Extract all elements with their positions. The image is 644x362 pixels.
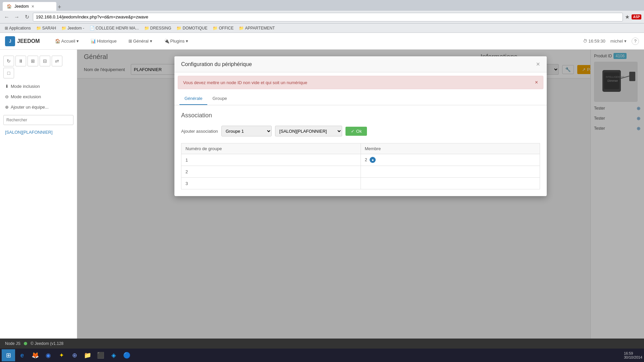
tab-favicon: 🏠: [7, 4, 12, 9]
toolbar-pause-btn[interactable]: ⏸: [15, 56, 26, 66]
modal-close-btn[interactable]: ×: [536, 60, 540, 68]
start-button[interactable]: ⊞: [2, 349, 15, 361]
toolbar-minus-btn[interactable]: ⊟: [40, 56, 50, 66]
bookmark-office[interactable]: 📁 OFFICE: [211, 25, 235, 31]
modal-tabs: Générale Groupe: [174, 93, 547, 105]
toolbar-arrows-btn[interactable]: ⇄: [52, 56, 62, 66]
bookmark-dressing[interactable]: 📁 DRESSING: [142, 25, 173, 31]
user-menu[interactable]: michel ▾: [610, 39, 627, 44]
taskbar-cmd-icon[interactable]: ⬛: [95, 349, 107, 361]
bookmark-star-btn[interactable]: ★: [625, 14, 630, 20]
add-equipment-btn[interactable]: ⊕ Ajouter un équipe...: [0, 102, 77, 112]
bookmark-domotique[interactable]: 📁 DOMOTIQUE: [174, 25, 209, 31]
sidebar-item-plafonnier[interactable]: [SALON][PLAFONNIER]: [0, 128, 77, 137]
ok-icon: ✓: [351, 129, 355, 134]
forward-btn[interactable]: →: [13, 13, 21, 21]
add-label: Ajouter un équipe...: [11, 105, 49, 110]
asp-badge: ASP: [632, 14, 641, 19]
bookmark-appartement[interactable]: 📁 APPARTEMENT: [237, 25, 277, 31]
taskbar-right: 16:59 30/10/2014: [624, 351, 642, 359]
modal-title: Configuration du périphérique: [181, 61, 252, 67]
new-tab-btn[interactable]: +: [58, 4, 61, 11]
search-input[interactable]: [3, 115, 73, 125]
assoc-label: Ajouter association: [181, 129, 218, 134]
table-row-3: 3: [181, 178, 540, 189]
folder-icon-5: 📁: [213, 26, 218, 31]
taskbar-app2-icon[interactable]: 🔵: [121, 349, 133, 361]
help-icon[interactable]: ?: [632, 38, 639, 45]
toolbar-grid-btn[interactable]: ⊞: [28, 56, 38, 66]
folder-icon-3: 📁: [144, 26, 149, 31]
col-membre-header: Membre: [361, 143, 540, 154]
logo-text: JEEDOM: [17, 38, 40, 44]
mode-inclusion-btn[interactable]: ⬇ Mode inclusion: [0, 81, 77, 92]
app-logo: J JEEDOM: [5, 36, 40, 46]
membre-value-1: 2: [365, 157, 367, 162]
device-select[interactable]: [SALON][PLAFONNIER]: [275, 126, 342, 136]
exclusion-icon: ⊖: [5, 94, 9, 99]
bookmark-jeedom[interactable]: 📁 Jeedom -: [59, 25, 86, 31]
association-form: Ajouter association Groupe 1 [SALON][PLA…: [181, 126, 540, 136]
taskbar-network-icon[interactable]: ⊕: [68, 349, 80, 361]
sidebar: ↻ ⏸ ⊞ ⊟ ⇄ □ ⬇ Mode inclusion ⊖ Mode excl…: [0, 50, 77, 339]
taskbar-folder-icon[interactable]: 📁: [82, 349, 94, 361]
jeedom-copyright: © Jeedom (v1.128: [31, 341, 63, 346]
taskbar-app1-icon[interactable]: ◈: [108, 349, 120, 361]
tab-title: Jeedom: [14, 4, 29, 9]
sidebar-toolbar: ↻ ⏸ ⊞ ⊟ ⇄ □: [0, 53, 77, 81]
nav-historique[interactable]: 📊Historique: [87, 37, 120, 45]
folder-icon-1: 📁: [36, 26, 41, 31]
table-row-2: 2: [181, 166, 540, 178]
toolbar-square-btn[interactable]: □: [3, 68, 14, 78]
numero-1: 1: [181, 154, 361, 166]
tab-close-btn[interactable]: ×: [32, 4, 34, 9]
top-nav: J JEEDOM 🏠Accueil ▾ 📊Historique ⊞Général…: [0, 33, 644, 50]
bookmarks-bar: ⊞ Applications 📁 SARAH 📁 Jeedom - 📄 COLL…: [0, 23, 644, 33]
browser-tab[interactable]: 🏠 Jeedom ×: [3, 2, 56, 11]
folder-icon-4: 📁: [176, 26, 181, 31]
nav-plugins[interactable]: 🔌Plugins ▾: [161, 37, 192, 45]
app-container: J JEEDOM 🏠Accueil ▾ 📊Historique ⊞Général…: [0, 33, 644, 349]
inclusion-label: Mode inclusion: [11, 84, 40, 89]
nav-accueil[interactable]: 🏠Accueil ▾: [52, 37, 83, 45]
mode-exclusion-btn[interactable]: ⊖ Mode exclusion: [0, 92, 77, 102]
address-input[interactable]: [33, 13, 623, 21]
association-title: Association: [181, 112, 540, 119]
membre-3: [361, 178, 540, 189]
tab-generale[interactable]: Générale: [179, 93, 207, 105]
back-btn[interactable]: ←: [3, 13, 11, 21]
main-layout: ↻ ⏸ ⊞ ⊟ ⇄ □ ⬇ Mode inclusion ⊖ Mode excl…: [0, 50, 644, 339]
config-modal: Configuration du périphérique × Vous dev…: [174, 56, 547, 196]
association-table: Numéro de groupe Membre 1 2: [181, 143, 540, 189]
bookmark-applications[interactable]: ⊞ Applications: [3, 25, 33, 31]
refresh-btn[interactable]: ↻: [23, 13, 31, 21]
logo-icon: J: [5, 36, 15, 46]
nav-general[interactable]: ⊞Général ▾: [125, 37, 156, 45]
toolbar-refresh-btn[interactable]: ↻: [3, 56, 14, 66]
ok-btn[interactable]: ✓ Ok: [345, 127, 367, 136]
status-bar: Node JS © Jeedom (v1.128: [0, 339, 644, 349]
inclusion-icon: ⬇: [5, 84, 9, 89]
bookmark-sarah[interactable]: 📁 SARAH: [34, 25, 58, 31]
taskbar-firefox-icon[interactable]: 🦊: [29, 349, 41, 361]
browser-window: 🏠 Jeedom × + ← → ↻ ★ ASP ⊞ Applications …: [0, 0, 644, 362]
apps-icon: ⊞: [5, 26, 8, 31]
alert-close-btn[interactable]: ×: [535, 79, 538, 85]
taskbar-chrome-icon[interactable]: ◉: [42, 349, 54, 361]
doc-icon-1: 📄: [90, 26, 95, 31]
numero-3: 3: [181, 178, 361, 189]
member-badge-1: ●: [370, 157, 376, 163]
modal-body: Vous devez mettre un node ID non vide et…: [174, 76, 547, 196]
membre-2: [361, 166, 540, 178]
taskbar-ie-icon[interactable]: e: [16, 349, 28, 361]
alert-text: Vous devez mettre un node ID non vide et…: [183, 80, 307, 85]
tab-groupe[interactable]: Groupe: [207, 93, 232, 105]
exclusion-label: Mode exclusion: [11, 94, 41, 99]
status-dot-green: [24, 342, 27, 345]
address-bar: ← → ↻ ★ ASP: [0, 11, 644, 23]
taskbar-star-icon[interactable]: ✦: [55, 349, 67, 361]
bookmark-college[interactable]: 📄 COLLEGE HENRI MA...: [88, 25, 141, 31]
folder-icon-2: 📁: [61, 26, 66, 31]
group-select[interactable]: Groupe 1: [221, 126, 272, 136]
sidebar-search-container: [0, 112, 77, 128]
